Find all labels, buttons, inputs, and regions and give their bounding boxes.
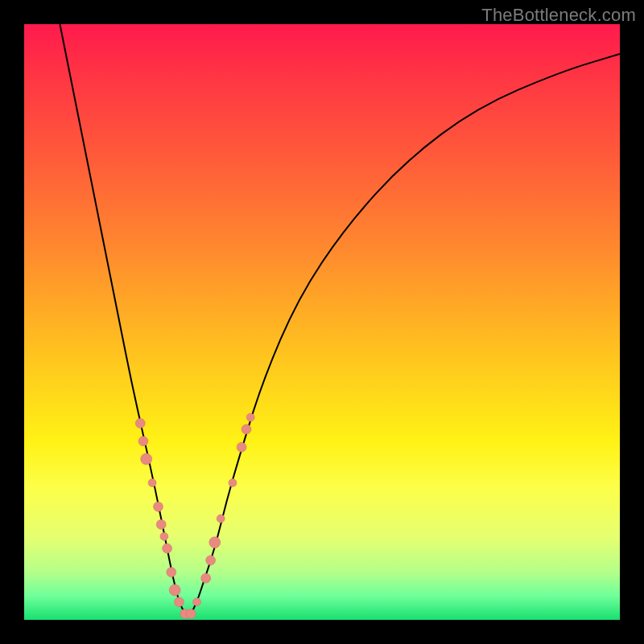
curve-marker bbox=[186, 609, 196, 619]
curve-marker bbox=[201, 573, 211, 583]
curve-marker bbox=[141, 453, 152, 464]
curve-marker bbox=[237, 442, 246, 452]
curve-marker bbox=[138, 436, 148, 446]
curve-marker bbox=[242, 424, 251, 434]
curve-marker bbox=[167, 568, 176, 577]
curve-marker bbox=[209, 537, 221, 548]
curve-marker bbox=[160, 532, 168, 540]
curve-marker bbox=[154, 502, 163, 511]
curve-markers bbox=[135, 413, 254, 618]
curve-marker bbox=[169, 584, 180, 596]
curve-marker bbox=[206, 555, 216, 565]
curve-marker bbox=[246, 413, 254, 421]
curve-marker bbox=[148, 479, 156, 487]
curve-marker bbox=[135, 419, 145, 428]
curve-marker bbox=[163, 543, 172, 553]
watermark-text: TheBottleneck.com bbox=[481, 5, 636, 26]
chart-frame: TheBottleneck.com bbox=[0, 0, 644, 644]
curve-marker bbox=[229, 479, 237, 487]
plot-area bbox=[24, 24, 620, 620]
curve-marker bbox=[217, 514, 225, 522]
curve-marker bbox=[156, 520, 166, 530]
curve-marker bbox=[174, 597, 184, 607]
bottleneck-curve bbox=[60, 24, 620, 614]
curve-marker bbox=[193, 598, 201, 606]
curve-overlay bbox=[24, 24, 620, 620]
